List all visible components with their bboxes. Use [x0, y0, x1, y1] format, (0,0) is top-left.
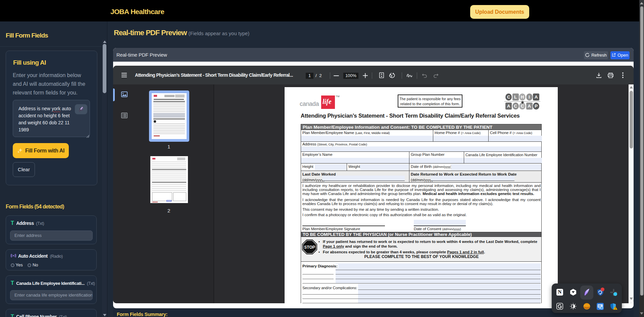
svg-text:STOP: STOP: [304, 245, 315, 250]
